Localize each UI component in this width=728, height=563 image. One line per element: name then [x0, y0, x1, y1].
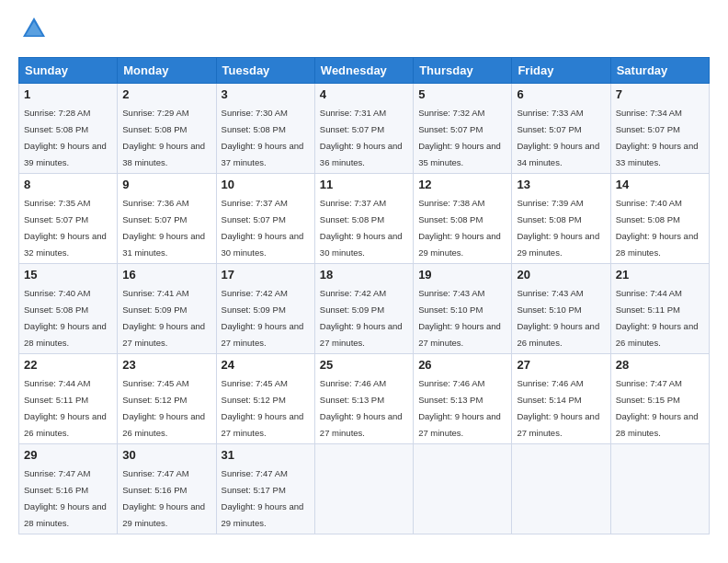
day-number: 11: [320, 178, 408, 191]
empty-cell: [314, 444, 413, 534]
day-info: Sunrise: 7:29 AMSunset: 5:08 PMDaylight:…: [122, 108, 205, 167]
day-info: Sunrise: 7:45 AMSunset: 5:12 PMDaylight:…: [222, 378, 304, 438]
calendar-week-1: 1 Sunrise: 7:28 AMSunset: 5:08 PMDayligh…: [19, 84, 710, 174]
calendar-day-30: 30 Sunrise: 7:47 AMSunset: 5:16 PMDaylig…: [118, 444, 216, 534]
day-number: 13: [517, 178, 605, 191]
day-number: 30: [122, 448, 210, 462]
day-info: Sunrise: 7:47 AMSunset: 5:17 PMDaylight:…: [222, 468, 304, 528]
calendar-day-17: 17 Sunrise: 7:42 AMSunset: 5:09 PMDaylig…: [216, 264, 314, 354]
day-info: Sunrise: 7:43 AMSunset: 5:10 PMDaylight:…: [418, 288, 501, 348]
day-number: 20: [517, 268, 605, 282]
calendar-day-15: 15 Sunrise: 7:40 AMSunset: 5:08 PMDaylig…: [19, 264, 118, 354]
day-info: Sunrise: 7:41 AMSunset: 5:09 PMDaylight:…: [122, 288, 205, 348]
empty-cell: [414, 444, 512, 534]
calendar-day-31: 31 Sunrise: 7:47 AMSunset: 5:17 PMDaylig…: [216, 444, 314, 534]
day-number: 24: [222, 358, 310, 372]
calendar-week-3: 15 Sunrise: 7:40 AMSunset: 5:08 PMDaylig…: [19, 264, 710, 354]
weekday-header-saturday: Saturday: [610, 58, 709, 84]
day-number: 17: [222, 268, 310, 282]
empty-cell: [610, 444, 709, 534]
calendar-day-26: 26 Sunrise: 7:46 AMSunset: 5:13 PMDaylig…: [414, 354, 512, 444]
day-number: 10: [222, 178, 310, 191]
calendar-day-6: 6 Sunrise: 7:33 AMSunset: 5:07 PMDayligh…: [512, 84, 610, 174]
calendar-day-10: 10 Sunrise: 7:37 AMSunset: 5:07 PMDaylig…: [216, 174, 314, 264]
day-number: 31: [222, 448, 310, 462]
day-info: Sunrise: 7:34 AMSunset: 5:07 PMDaylight:…: [616, 108, 699, 167]
weekday-header-monday: Monday: [118, 58, 216, 84]
day-number: 29: [24, 448, 112, 462]
weekday-row: SundayMondayTuesdayWednesdayThursdayFrid…: [19, 58, 710, 84]
day-info: Sunrise: 7:38 AMSunset: 5:08 PMDaylight:…: [418, 198, 501, 258]
weekday-header-sunday: Sunday: [19, 58, 118, 84]
calendar-day-20: 20 Sunrise: 7:43 AMSunset: 5:10 PMDaylig…: [512, 264, 610, 354]
calendar-day-16: 16 Sunrise: 7:41 AMSunset: 5:09 PMDaylig…: [118, 264, 216, 354]
calendar-day-22: 22 Sunrise: 7:44 AMSunset: 5:11 PMDaylig…: [19, 354, 118, 444]
day-number: 12: [418, 178, 506, 191]
page-header: [18, 18, 710, 42]
day-info: Sunrise: 7:46 AMSunset: 5:13 PMDaylight:…: [320, 378, 403, 438]
calendar-day-25: 25 Sunrise: 7:46 AMSunset: 5:13 PMDaylig…: [314, 354, 413, 444]
calendar-day-18: 18 Sunrise: 7:42 AMSunset: 5:09 PMDaylig…: [314, 264, 413, 354]
day-info: Sunrise: 7:45 AMSunset: 5:12 PMDaylight:…: [122, 378, 205, 438]
calendar-day-12: 12 Sunrise: 7:38 AMSunset: 5:08 PMDaylig…: [414, 174, 512, 264]
day-info: Sunrise: 7:35 AMSunset: 5:07 PMDaylight:…: [24, 198, 107, 258]
day-info: Sunrise: 7:44 AMSunset: 5:11 PMDaylight:…: [24, 378, 107, 438]
calendar-day-3: 3 Sunrise: 7:30 AMSunset: 5:08 PMDayligh…: [216, 84, 314, 174]
day-number: 3: [222, 87, 310, 101]
day-number: 15: [24, 268, 112, 282]
day-info: Sunrise: 7:42 AMSunset: 5:09 PMDaylight:…: [222, 288, 304, 348]
day-info: Sunrise: 7:36 AMSunset: 5:07 PMDaylight:…: [122, 198, 205, 258]
day-info: Sunrise: 7:42 AMSunset: 5:09 PMDaylight:…: [320, 288, 403, 348]
day-number: 6: [517, 87, 605, 101]
day-info: Sunrise: 7:40 AMSunset: 5:08 PMDaylight:…: [24, 288, 107, 348]
calendar-day-11: 11 Sunrise: 7:37 AMSunset: 5:08 PMDaylig…: [314, 174, 413, 264]
calendar-day-29: 29 Sunrise: 7:47 AMSunset: 5:16 PMDaylig…: [19, 444, 118, 534]
day-number: 27: [517, 358, 605, 372]
day-info: Sunrise: 7:33 AMSunset: 5:07 PMDaylight:…: [517, 108, 599, 167]
day-info: Sunrise: 7:47 AMSunset: 5:16 PMDaylight:…: [24, 468, 107, 528]
day-number: 22: [24, 358, 112, 372]
calendar-day-28: 28 Sunrise: 7:47 AMSunset: 5:15 PMDaylig…: [610, 354, 709, 444]
day-info: Sunrise: 7:30 AMSunset: 5:08 PMDaylight:…: [222, 108, 304, 167]
day-number: 18: [320, 268, 408, 282]
calendar-day-21: 21 Sunrise: 7:44 AMSunset: 5:11 PMDaylig…: [610, 264, 709, 354]
day-info: Sunrise: 7:37 AMSunset: 5:07 PMDaylight:…: [222, 198, 304, 258]
calendar-day-19: 19 Sunrise: 7:43 AMSunset: 5:10 PMDaylig…: [414, 264, 512, 354]
calendar-day-4: 4 Sunrise: 7:31 AMSunset: 5:07 PMDayligh…: [314, 84, 413, 174]
day-info: Sunrise: 7:43 AMSunset: 5:10 PMDaylight:…: [517, 288, 599, 348]
day-info: Sunrise: 7:37 AMSunset: 5:08 PMDaylight:…: [320, 198, 403, 258]
day-number: 4: [320, 87, 408, 101]
calendar-day-1: 1 Sunrise: 7:28 AMSunset: 5:08 PMDayligh…: [19, 84, 118, 174]
calendar-week-5: 29 Sunrise: 7:47 AMSunset: 5:16 PMDaylig…: [19, 444, 710, 534]
calendar-body: 1 Sunrise: 7:28 AMSunset: 5:08 PMDayligh…: [19, 84, 710, 534]
day-info: Sunrise: 7:39 AMSunset: 5:08 PMDaylight:…: [517, 198, 599, 258]
day-number: 9: [122, 178, 210, 191]
calendar-day-13: 13 Sunrise: 7:39 AMSunset: 5:08 PMDaylig…: [512, 174, 610, 264]
day-info: Sunrise: 7:46 AMSunset: 5:13 PMDaylight:…: [418, 378, 501, 438]
calendar-week-2: 8 Sunrise: 7:35 AMSunset: 5:07 PMDayligh…: [19, 174, 710, 264]
day-number: 25: [320, 358, 408, 372]
calendar-day-14: 14 Sunrise: 7:40 AMSunset: 5:08 PMDaylig…: [610, 174, 709, 264]
weekday-header-thursday: Thursday: [414, 58, 512, 84]
day-info: Sunrise: 7:31 AMSunset: 5:07 PMDaylight:…: [320, 108, 403, 167]
calendar-week-4: 22 Sunrise: 7:44 AMSunset: 5:11 PMDaylig…: [19, 354, 710, 444]
day-info: Sunrise: 7:40 AMSunset: 5:08 PMDaylight:…: [616, 198, 699, 258]
calendar-table: SundayMondayTuesdayWednesdayThursdayFrid…: [18, 57, 710, 534]
calendar-day-23: 23 Sunrise: 7:45 AMSunset: 5:12 PMDaylig…: [118, 354, 216, 444]
day-info: Sunrise: 7:44 AMSunset: 5:11 PMDaylight:…: [616, 288, 699, 348]
logo: [18, 18, 48, 42]
calendar-day-24: 24 Sunrise: 7:45 AMSunset: 5:12 PMDaylig…: [216, 354, 314, 444]
day-number: 19: [418, 268, 506, 282]
day-number: 28: [616, 358, 704, 372]
calendar-day-7: 7 Sunrise: 7:34 AMSunset: 5:07 PMDayligh…: [610, 84, 709, 174]
day-info: Sunrise: 7:47 AMSunset: 5:16 PMDaylight:…: [122, 468, 205, 528]
logo-icon: [20, 15, 48, 42]
day-number: 8: [24, 178, 112, 191]
day-number: 5: [418, 87, 506, 101]
day-number: 2: [122, 87, 210, 101]
calendar-day-2: 2 Sunrise: 7:29 AMSunset: 5:08 PMDayligh…: [118, 84, 216, 174]
empty-cell: [512, 444, 610, 534]
day-info: Sunrise: 7:46 AMSunset: 5:14 PMDaylight:…: [517, 378, 599, 438]
day-info: Sunrise: 7:32 AMSunset: 5:07 PMDaylight:…: [418, 108, 501, 167]
day-number: 14: [616, 178, 704, 191]
